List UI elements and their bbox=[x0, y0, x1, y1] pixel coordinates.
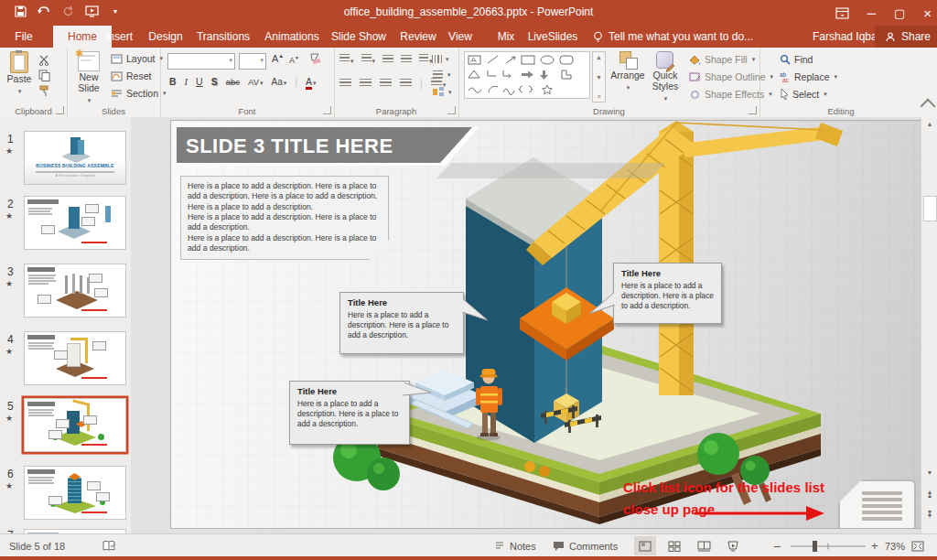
signed-in-user[interactable]: Farshad Iqbal bbox=[813, 26, 879, 48]
minimize-button[interactable]: ─ bbox=[867, 6, 876, 20]
shapes-gallery[interactable] bbox=[464, 51, 590, 99]
slide-thumbnail-2[interactable] bbox=[24, 196, 126, 250]
text-shadow-button[interactable]: S bbox=[211, 76, 218, 87]
decrease-indent-button[interactable] bbox=[382, 55, 393, 64]
align-right-button[interactable] bbox=[380, 79, 392, 88]
maximize-button[interactable]: ▢ bbox=[894, 6, 905, 20]
tab-view[interactable]: View bbox=[444, 26, 477, 48]
text-direction-button[interactable] bbox=[433, 54, 449, 64]
font-size-combobox[interactable] bbox=[239, 53, 266, 70]
collapse-ribbon-icon[interactable] bbox=[921, 99, 936, 114]
comments-button[interactable]: Comments bbox=[553, 534, 618, 557]
shape-fill-button[interactable]: Shape Fill bbox=[689, 54, 755, 65]
callout-bottom-left[interactable]: Title Here Here is a place to add a desc… bbox=[289, 381, 410, 445]
font-name-combobox[interactable] bbox=[167, 53, 235, 70]
tab-design[interactable]: Design bbox=[145, 26, 187, 48]
bullets-button[interactable] bbox=[339, 54, 354, 65]
zoom-in-button[interactable]: + bbox=[871, 534, 878, 557]
animation-star-icon bbox=[5, 279, 13, 288]
font-dialog-launcher[interactable] bbox=[323, 106, 331, 114]
shapes-gallery-scrollbar[interactable]: ▲▼≡ bbox=[592, 51, 606, 102]
paragraph-dialog-launcher[interactable] bbox=[447, 106, 456, 114]
decrease-font-size-button[interactable]: A▼ bbox=[289, 55, 299, 65]
zoom-level[interactable]: 73% bbox=[885, 534, 905, 557]
slide-thumbnail-1[interactable]: BUSINESS BUILDING ASSEMBLE A Presentatio… bbox=[24, 131, 126, 185]
format-painter-icon[interactable] bbox=[38, 85, 50, 97]
slide-canvas[interactable]: SLIDE 3 TITLE HERE Here is a place to ad… bbox=[170, 120, 922, 529]
change-case-button[interactable]: Aa bbox=[272, 77, 287, 87]
slide-thumbnail-4[interactable] bbox=[24, 331, 126, 385]
numbering-button[interactable] bbox=[361, 54, 376, 65]
normal-view-button[interactable] bbox=[634, 536, 656, 555]
increase-indent-button[interactable] bbox=[401, 55, 412, 64]
callout-middle[interactable]: Title Here Here is a place to add a desc… bbox=[339, 292, 464, 354]
cut-icon[interactable] bbox=[38, 55, 50, 66]
layout-button[interactable]: Layout bbox=[111, 53, 163, 64]
slide-thumbnail-3[interactable] bbox=[24, 264, 126, 318]
tab-slideshow[interactable]: Slide Show bbox=[329, 26, 388, 48]
reading-view-button[interactable] bbox=[693, 536, 715, 555]
close-button[interactable]: × bbox=[923, 5, 932, 21]
paste-button[interactable]: Paste bbox=[5, 51, 33, 95]
scrollbar-thumb[interactable] bbox=[923, 196, 937, 221]
spell-check-icon[interactable] bbox=[102, 534, 116, 557]
character-spacing-button[interactable]: AV bbox=[248, 77, 263, 87]
replace-button[interactable]: abac Replace bbox=[780, 71, 837, 82]
previous-slide-button[interactable]: ▲▲ bbox=[921, 490, 937, 498]
animation-star-icon bbox=[5, 211, 13, 221]
scroll-up-icon[interactable]: ▲ bbox=[921, 121, 937, 127]
slide-thumbnail-5-selected[interactable] bbox=[24, 398, 126, 452]
justify-button[interactable] bbox=[400, 79, 412, 88]
callout-title: Title Here bbox=[297, 386, 402, 396]
section-button[interactable]: Section bbox=[111, 88, 167, 99]
zoom-slider[interactable] bbox=[789, 534, 867, 557]
tab-insert[interactable]: Insert bbox=[99, 26, 139, 48]
slide-sorter-view-button[interactable] bbox=[663, 536, 685, 555]
callout-title: Title Here bbox=[348, 297, 456, 307]
tab-animations[interactable]: Animations bbox=[263, 26, 321, 48]
tell-me-box[interactable]: Tell me what you want to do... bbox=[593, 26, 753, 48]
tab-review[interactable]: Review bbox=[397, 26, 439, 48]
font-color-button[interactable]: A bbox=[306, 76, 317, 87]
increase-font-size-button[interactable]: A▲ bbox=[272, 53, 284, 64]
next-slide-button[interactable]: ▼▼ bbox=[921, 511, 937, 518]
tab-file[interactable]: File bbox=[7, 26, 40, 48]
arrange-button[interactable]: Arrange bbox=[610, 51, 645, 92]
align-left-button[interactable] bbox=[339, 79, 351, 88]
callout-right[interactable]: Title Here Here is a place to add a desc… bbox=[613, 263, 722, 324]
clipboard-dialog-launcher[interactable] bbox=[56, 106, 64, 114]
reset-button[interactable]: Reset bbox=[111, 70, 151, 81]
select-button[interactable]: Select bbox=[780, 89, 827, 100]
notes-button[interactable]: Notes bbox=[494, 534, 536, 557]
tab-mix[interactable]: Mix bbox=[492, 26, 520, 48]
lightbulb-icon bbox=[593, 31, 603, 43]
quick-styles-button[interactable]: Quick Styles bbox=[647, 51, 684, 102]
align-text-button[interactable] bbox=[433, 70, 451, 80]
bold-button[interactable]: B bbox=[169, 76, 177, 87]
italic-button[interactable]: I bbox=[185, 77, 188, 87]
ribbon-display-options-icon[interactable] bbox=[835, 7, 849, 19]
fit-to-window-button[interactable] bbox=[911, 534, 924, 557]
tab-transitions[interactable]: Transitions bbox=[193, 26, 253, 48]
new-slide-button[interactable]: ✱ New Slide bbox=[71, 51, 106, 104]
slide-title-banner[interactable]: SLIDE 3 TITLE HERE bbox=[177, 127, 472, 163]
copy-icon[interactable] bbox=[38, 70, 50, 81]
slideshow-view-button[interactable] bbox=[722, 536, 744, 555]
arrange-icon bbox=[618, 51, 638, 70]
align-center-button[interactable] bbox=[360, 79, 372, 88]
slide-thumbnail-6[interactable] bbox=[24, 466, 126, 520]
strikethrough-button[interactable]: abc bbox=[226, 77, 240, 87]
scroll-down-icon[interactable]: ▼ bbox=[921, 469, 937, 476]
find-button[interactable]: Find bbox=[780, 54, 813, 65]
description-textbox[interactable]: Here is a place to add a description. He… bbox=[180, 176, 389, 260]
line-spacing-button[interactable] bbox=[419, 54, 433, 65]
chevron-down-icon bbox=[446, 56, 449, 63]
underline-button[interactable]: U bbox=[196, 76, 203, 87]
drawing-dialog-launcher[interactable] bbox=[749, 106, 757, 114]
tab-liveslides[interactable]: LiveSlides bbox=[527, 26, 578, 48]
smartart-button[interactable] bbox=[433, 87, 452, 97]
vertical-scrollbar[interactable]: ▲ ▼ ▲▲ ▼▼ bbox=[921, 117, 937, 533]
zoom-out-button[interactable]: − bbox=[773, 534, 781, 557]
clear-formatting-icon[interactable] bbox=[308, 53, 321, 64]
share-button[interactable]: Share bbox=[875, 26, 937, 48]
